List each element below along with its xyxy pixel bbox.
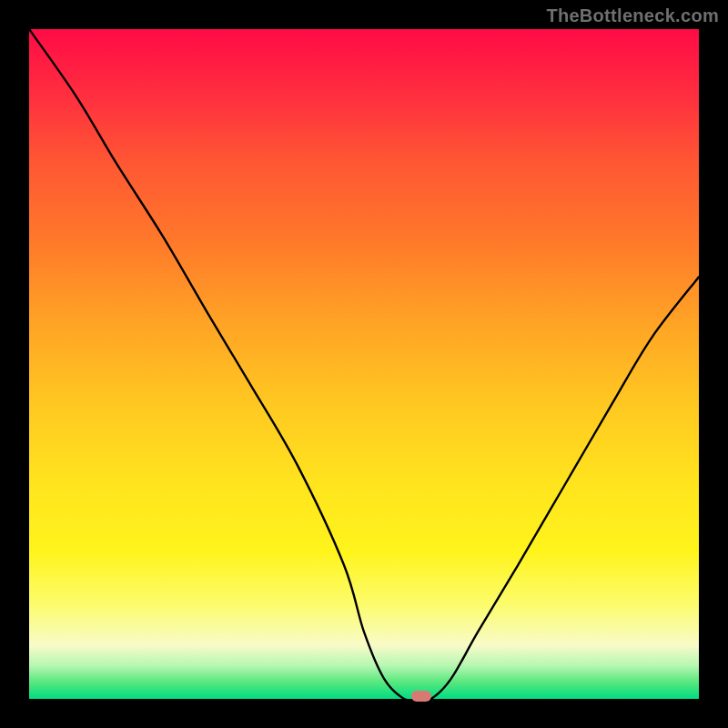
- minimum-marker: [411, 691, 431, 702]
- watermark-text: TheBottleneck.com: [546, 5, 719, 26]
- bottleneck-curve: [29, 29, 699, 699]
- plot-area: [29, 29, 699, 699]
- chart-frame: TheBottleneck.com: [0, 0, 728, 728]
